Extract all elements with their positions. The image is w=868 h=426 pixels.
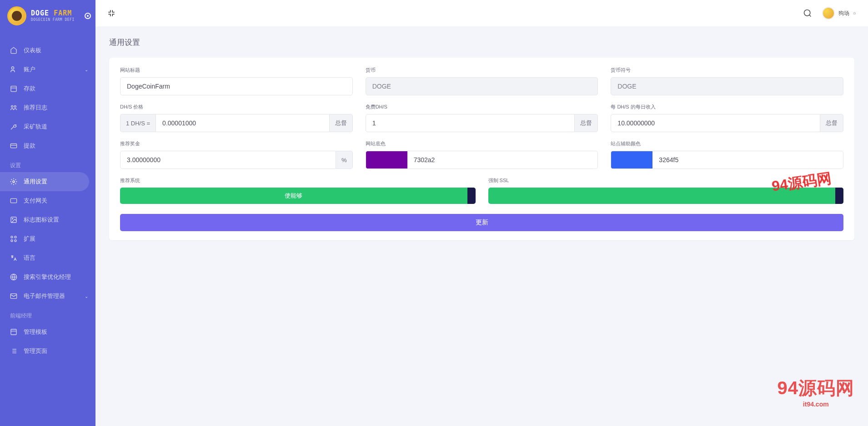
search-icon[interactable]	[803, 9, 812, 18]
avatar	[822, 7, 835, 20]
field-label: DH/S 价格	[120, 104, 353, 110]
field-label: 网站底色	[366, 140, 598, 147]
svg-point-7	[13, 181, 15, 183]
svg-rect-1	[11, 86, 16, 92]
calendar-icon	[10, 85, 17, 92]
chevron-down-icon: ⌄	[85, 67, 88, 72]
secondary-color-swatch[interactable]	[611, 151, 652, 169]
sidebar-item-email-manager[interactable]: 电子邮件管理器 ⌄	[0, 287, 95, 306]
sidebar-item-extensions[interactable]: 扩展	[0, 229, 95, 248]
sidebar-item-logo-icon[interactable]: 标志图标设置	[0, 210, 95, 229]
svg-point-0	[11, 67, 14, 69]
settings-card: 网站标题 货币 货币符号 DH/S 价格	[109, 58, 854, 240]
sidebar-item-label: 存款	[24, 84, 35, 93]
sidebar-item-label: 扩展	[24, 235, 35, 243]
list-icon	[10, 347, 17, 355]
chevron-down-icon: ⌄	[85, 294, 88, 299]
input-prefix: 1 DH/S =	[120, 114, 156, 132]
sidebar: DOGE FARM DOGECOIN FARM DEFI 仪表板 账户 ⌄ 存款	[0, 0, 95, 426]
svg-point-26	[804, 10, 810, 16]
field-label: 强制 SSL	[488, 177, 844, 184]
nodes-icon	[10, 235, 17, 243]
field-label: 货币符号	[611, 67, 843, 74]
sidebar-item-label: 搜索引擎优化经理	[24, 273, 71, 281]
home-icon	[10, 47, 17, 54]
svg-point-11	[11, 236, 13, 238]
username: 狗场	[838, 10, 849, 17]
chevron-down-icon: ⊙	[853, 11, 856, 15]
update-button[interactable]: 更新	[120, 214, 843, 231]
brand-subtitle: DOGECOIN FARM DEFI	[31, 18, 75, 22]
sidebar-collapse-toggle[interactable]	[85, 13, 91, 19]
sidebar-item-label: 标志图标设置	[24, 216, 59, 224]
lang-icon	[10, 254, 17, 262]
daily-income-input[interactable]	[611, 114, 820, 132]
sidebar-item-manage-pages[interactable]: 管理页面	[0, 342, 95, 361]
base-color-input[interactable]	[407, 151, 598, 169]
sidebar-item-withdraw[interactable]: 提款	[0, 136, 95, 155]
input-suffix: %	[336, 151, 353, 169]
input-suffix: 总督	[575, 114, 598, 132]
site-title-input[interactable]	[120, 77, 353, 95]
sidebar-item-label: 仪表板	[24, 46, 41, 54]
sidebar-item-label: 电子邮件管理器	[24, 292, 65, 300]
input-suffix: 总督	[330, 114, 353, 132]
sidebar-item-label: 账户	[24, 65, 35, 74]
topbar: 狗场 ⊙	[95, 0, 868, 26]
svg-point-3	[11, 105, 13, 107]
force-ssl-toggle[interactable]	[488, 188, 844, 204]
mail-icon	[10, 292, 17, 300]
svg-point-12	[15, 240, 16, 242]
brand-logo	[7, 6, 26, 25]
base-color-swatch[interactable]	[366, 151, 407, 169]
brand-area: DOGE FARM DOGECOIN FARM DEFI	[0, 0, 95, 32]
svg-point-10	[12, 218, 13, 219]
page-title: 通用设置	[109, 37, 854, 48]
nav-section-settings: 设置	[0, 155, 95, 172]
sidebar-item-general-settings[interactable]: 通用设置	[0, 172, 89, 191]
sidebar-item-deposit[interactable]: 存款	[0, 79, 95, 98]
toggle-handle	[467, 188, 476, 204]
sidebar-item-referral-log[interactable]: 推荐日志	[0, 98, 95, 117]
fullscreen-collapse-icon[interactable]	[107, 9, 115, 17]
field-label: 货币	[366, 67, 598, 74]
sidebar-item-label: 管理模板	[24, 328, 47, 336]
sidebar-item-dashboard[interactable]: 仪表板	[0, 41, 95, 60]
field-label: 网站标题	[120, 67, 353, 74]
svg-point-13	[15, 236, 16, 238]
sidebar-item-label: 支付网关	[24, 197, 47, 205]
people-icon	[10, 104, 17, 111]
template-icon	[10, 328, 17, 336]
user-menu[interactable]: 狗场 ⊙	[822, 7, 856, 20]
secondary-color-input[interactable]	[652, 151, 843, 169]
ref-bonus-input[interactable]	[120, 151, 336, 169]
field-label: 免费DH/S	[366, 104, 598, 110]
sidebar-item-language[interactable]: 语言	[0, 248, 95, 267]
sidebar-item-manage-template[interactable]: 管理模板	[0, 322, 95, 342]
sidebar-item-seo[interactable]: 搜索引擎优化经理	[0, 267, 95, 287]
svg-line-27	[809, 15, 811, 17]
sidebar-item-label: 推荐日志	[24, 104, 47, 112]
field-label: 推荐系统	[120, 177, 476, 184]
sidebar-item-label: 管理页面	[24, 347, 47, 355]
ref-system-toggle[interactable]: 使能够	[120, 188, 476, 204]
image-icon	[10, 216, 17, 223]
free-dhs-input[interactable]	[366, 114, 575, 132]
field-label: 推荐奖金	[120, 140, 353, 147]
sidebar-item-mining[interactable]: 采矿轨道	[0, 117, 95, 136]
sidebar-item-payment-gateway[interactable]: 支付网关	[0, 191, 95, 210]
sidebar-item-label: 提款	[24, 142, 35, 150]
sidebar-item-account[interactable]: 账户 ⌄	[0, 60, 95, 79]
svg-point-14	[11, 240, 13, 242]
globe-icon	[10, 273, 17, 281]
input-suffix: 总督	[820, 114, 843, 132]
wrench-icon	[10, 123, 17, 130]
card-icon	[10, 197, 17, 204]
users-icon	[10, 66, 17, 73]
card-icon	[10, 142, 17, 149]
currency-symbol-input	[611, 77, 843, 95]
field-label: 站点辅助颜色	[611, 140, 843, 147]
toggle-handle	[835, 188, 843, 204]
dhs-price-input[interactable]	[156, 114, 330, 132]
sidebar-item-label: 通用设置	[24, 178, 47, 186]
